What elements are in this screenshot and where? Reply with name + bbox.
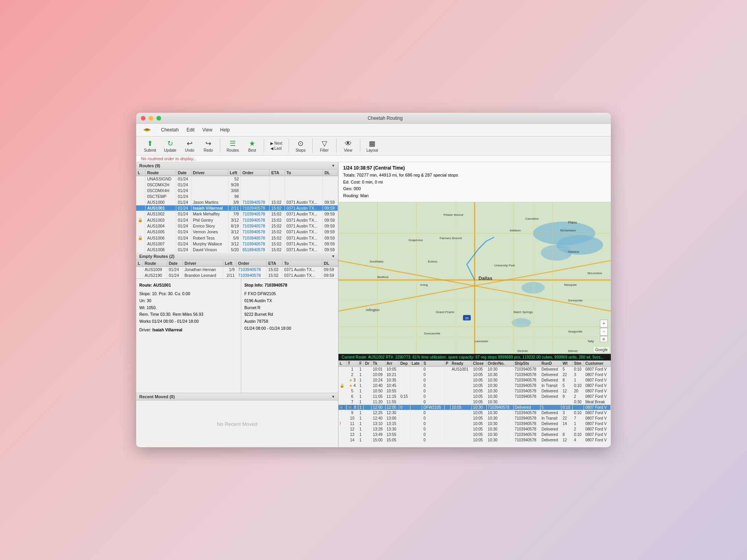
layout-icon: ▦: [369, 139, 375, 148]
info-totals: Totals: 70277 min, 44913 mi, for 686 reg…: [343, 172, 606, 179]
routes-section: Routes (9) ▼ L Route Date Driver Left: [136, 162, 338, 253]
toolbar-separator-2: [264, 139, 264, 153]
stops-table-container[interactable]: L T F Dr Tk Arr Dep Late S P Ready Close: [338, 360, 611, 447]
list-item[interactable]: 9 1 12:25 12:30 0 10:05 10:30 7103940578…: [338, 410, 611, 415]
right-column: 1/24 10:38:57 (Central Time) Totals: 702…: [338, 162, 611, 447]
svg-text:Balch Springs: Balch Springs: [514, 310, 533, 314]
routes-table-container[interactable]: L Route Date Driver Left Order ETA To DL: [136, 170, 338, 253]
close-btn[interactable]: [141, 116, 146, 121]
svg-text:Plano: Plano: [568, 220, 577, 224]
routes-button[interactable]: ☰ Routes: [223, 138, 242, 154]
maximize-btn[interactable]: [156, 116, 161, 121]
next-arrow-icon: ▶: [270, 141, 274, 145]
stop-info-line3: Burnet R: [244, 304, 335, 312]
svg-text:Richardson: Richardson: [560, 229, 576, 232]
list-item[interactable]: 7 1 11:20 11:55 0 10:05 10:30 0:30 Meal …: [338, 399, 611, 404]
recent-moved-header[interactable]: Recent Moved (0) ▼: [136, 393, 338, 401]
table-row[interactable]: AUS1009 01/24 Jonathan Hernan 1/9 710394…: [136, 267, 338, 273]
table-row[interactable]: AUS1000 01/24 Jason Martins 3/9 71039405…: [136, 200, 338, 205]
ecol-header-route: Route: [143, 260, 167, 267]
filter-button[interactable]: ▽ Filter: [316, 138, 333, 154]
svg-text:University Park: University Park: [494, 264, 516, 267]
table-row[interactable]: AUS1005 01/24 Vernon Jones 3/12 71039405…: [136, 229, 338, 235]
redo-button[interactable]: ↪ Redo: [200, 138, 217, 154]
minimize-btn[interactable]: [149, 116, 153, 121]
list-item[interactable]: 12 1 13:28 13:30 0 10:05 10:30 710394057…: [338, 426, 611, 432]
table-row[interactable]: AUS2190 01/24 Brandon Leonard 2/11 71039…: [136, 273, 338, 278]
svg-text:35: 35: [465, 317, 469, 320]
lower-section: Route: AUS1001 Stops: 10. Pcs: 30. Cu: 0…: [136, 278, 338, 393]
info-datetime: 1/24 10:38:57 (Central Time): [343, 164, 606, 172]
table-row[interactable]: 🔒 AUS1003 01/24 Phil Gentry 3/12 7103940…: [136, 217, 338, 223]
map-container: Plano Flower Mound Carrollton Addison Ri…: [338, 202, 611, 354]
submit-icon: ⬆: [147, 139, 153, 148]
list-item[interactable]: 13 1 13:49 13:55 0 10:05 10:30 710394057…: [338, 432, 611, 437]
menu-help[interactable]: Help: [217, 126, 233, 133]
table-row[interactable]: 0SCTEMP 01/24 98: [136, 194, 338, 200]
table-row[interactable]: AUS1004 01/24 Enrico Slory 8/19 71039405…: [136, 223, 338, 229]
scol-arr: Arr: [385, 360, 399, 367]
list-item[interactable]: 10 1 12:40 13:00 0 10:05 10:30 710394057…: [338, 415, 611, 421]
col-header-date: Date: [176, 170, 191, 176]
menubar: Cheetah Edit View Help: [136, 124, 611, 136]
svg-text:McLendon: McLendon: [587, 271, 602, 275]
list-item[interactable]: ★! ★! 8 1 12:00 12:05 0 DFW2105 10:05 10…: [338, 404, 611, 410]
menu-edit[interactable]: Edit: [183, 126, 198, 133]
last-arrow-icon: ◀: [270, 146, 274, 150]
map-controls: + − ⊕: [600, 320, 608, 342]
route-detail-box: Route: AUS1001 Stops: 10. Pcs: 30. Cu: 0…: [136, 279, 241, 393]
ecol-header-eta: ETA: [267, 260, 282, 267]
table-row[interactable]: AUS1001 01/24 Isaiah Villarreal 2/11 710…: [136, 205, 338, 211]
table-row[interactable]: 0SCDMX4H 01/24 3/68: [136, 188, 338, 194]
route-detail-un: Un: 30: [139, 298, 238, 304]
stops-button[interactable]: ⊙ Stops: [292, 138, 309, 154]
next-button[interactable]: ▶ Next: [269, 141, 284, 146]
list-item[interactable]: 1 1 10:01 10:05 0 AUS1001 10:05 10:30 71…: [338, 366, 611, 372]
list-item[interactable]: 14 1 15:00 15:05 0 10:05 10:30 710394057…: [338, 437, 611, 443]
map-zoom-out[interactable]: −: [600, 328, 608, 336]
toolbar-separator-5: [336, 139, 337, 153]
current-route-bar: Current Route: AUS1002 RT#. 2290773. 61%…: [338, 354, 611, 360]
layout-button[interactable]: ▦ Layout: [363, 138, 381, 154]
list-item[interactable]: 🔒 ★ 4 1 10:40 10:45 0 10:05 10:30 710394…: [338, 383, 611, 388]
map-zoom-in[interactable]: +: [600, 320, 608, 327]
list-item[interactable]: ! 11 1 13:10 13:15 0 10:05 10:30 7103940…: [338, 421, 611, 426]
menu-view[interactable]: View: [199, 126, 216, 133]
col-header-route: Route: [146, 170, 176, 176]
col-header-eta: ETA: [270, 170, 285, 176]
table-row[interactable]: UNASSIGND 01/24 52: [136, 176, 338, 182]
submit-button[interactable]: ⬆ Submit: [141, 138, 159, 154]
list-item[interactable]: 5 1 10:50 10:55 0 10:05 10:30 7103940578…: [338, 388, 611, 394]
menu-cheetah[interactable]: Cheetah: [158, 126, 182, 133]
scol-tk: Tk: [372, 360, 385, 367]
scol-orderno: OrderNo.: [486, 360, 513, 367]
table-row[interactable]: AUS1002 01/24 Mark Mehaffey 7/9 71039405…: [136, 211, 338, 217]
route-detail-rem-time: Rem. Time 03:30. Rem Miles 56.93: [139, 311, 238, 318]
col-header-dl: DL: [323, 170, 338, 176]
table-row[interactable]: 🔒 AUS1006 01/24 Robert Tess 5/9 71039405…: [136, 235, 338, 241]
best-button[interactable]: ★ Best: [244, 138, 261, 154]
map-extra[interactable]: ⊕: [600, 336, 608, 342]
table-row[interactable]: AUS1008 01/24 David Vinson 5/20 65189405…: [136, 247, 338, 253]
empty-routes-section-header[interactable]: Empty Routes (2) ▼: [136, 253, 338, 260]
view-icon: 👁: [345, 140, 352, 148]
empty-routes-table-container[interactable]: L Route Date Driver Left Order ETA To DL: [136, 260, 338, 278]
list-item[interactable]: 2 1 10:09 10:21 0 10:05 10:30 7103940578…: [338, 372, 611, 377]
table-row[interactable]: 0SCDMX2H 01/24 9/28: [136, 182, 338, 188]
list-item[interactable]: ★ 3 1 10:24 10:35 0 10:05 10:30 71039405…: [338, 377, 611, 383]
svg-text:DeSoto: DeSoto: [517, 349, 528, 353]
update-button[interactable]: ↻ Update: [161, 138, 179, 154]
table-row[interactable]: AUS1007 01/24 Murphy Wallace 3/12 710394…: [136, 241, 338, 247]
col-header-order: Order: [240, 170, 269, 176]
svg-point-4: [541, 245, 572, 261]
undo-button[interactable]: ↩ Undo: [181, 138, 198, 154]
stop-info-line5: Austin 78758: [244, 318, 335, 325]
filter-icon: ▽: [322, 139, 327, 148]
list-item[interactable]: 6 1 11:05 11:15 0:15 0 10:05 10:30 71039…: [338, 394, 611, 399]
routes-section-header[interactable]: Routes (9) ▼: [136, 162, 338, 170]
view-button[interactable]: 👁 View: [340, 138, 357, 154]
scol-s: S: [422, 360, 444, 367]
svg-text:Farmers Branch: Farmers Branch: [440, 236, 462, 240]
last-button[interactable]: ◀ Last: [269, 146, 284, 151]
col-header-l: L: [136, 170, 146, 176]
